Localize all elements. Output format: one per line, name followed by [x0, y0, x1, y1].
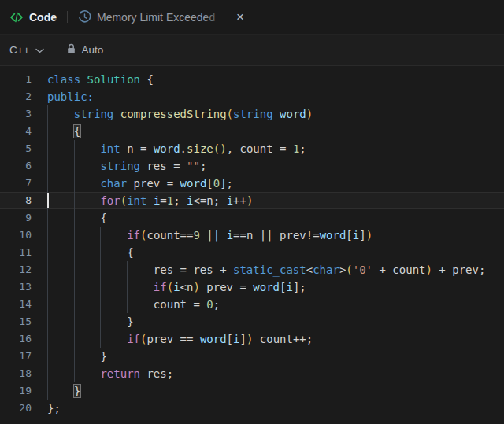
close-icon[interactable]: × — [235, 10, 246, 24]
code-token — [47, 229, 127, 241]
code-area[interactable]: 1class Solution {2public:3 string compre… — [0, 71, 504, 417]
indent-guide — [100, 227, 101, 244]
code-token: return — [100, 367, 140, 380]
code-line[interactable]: 19 } — [0, 382, 504, 400]
indent-guide — [74, 365, 75, 382]
code-token: = — [160, 194, 166, 207]
code-line[interactable]: 1class Solution { — [0, 71, 504, 88]
code-text: if(count==9 || i==n || prev!=word[i]) — [47, 227, 372, 244]
indent-guide — [47, 105, 48, 123]
code-token: ++ — [233, 194, 246, 207]
code-token: ; — [173, 194, 187, 207]
code-token — [273, 108, 280, 120]
code-token: ) — [193, 281, 199, 293]
code-line[interactable]: 4 { — [0, 123, 504, 140]
code-line[interactable]: 5 int n = word.size(), count = 1; — [0, 140, 504, 157]
code-token: '0' — [353, 264, 372, 276]
indent-guide — [127, 278, 128, 296]
code-token: 9 — [193, 229, 199, 241]
indent-guide — [74, 313, 75, 330]
code-line[interactable]: 20}; — [0, 400, 504, 417]
tab-result[interactable]: Memory Limit Exceeded × — [78, 10, 246, 24]
code-token — [47, 385, 74, 397]
code-token: res = res + — [47, 264, 233, 276]
code-line[interactable]: 8 for(int i=1; i<=n; i++) — [0, 192, 504, 209]
code-line[interactable]: 6 string res = ""; — [0, 157, 504, 175]
code-token — [47, 125, 74, 138]
code-line[interactable]: 16 if(prev == word[i]) count++; — [0, 330, 504, 348]
tab-code-label: Code — [29, 11, 57, 24]
code-token: }; — [47, 402, 61, 415]
indent-guide — [47, 227, 48, 244]
indent-guide — [47, 365, 48, 382]
tab-code[interactable]: Code — [9, 11, 57, 24]
code-line[interactable]: 12 res = res + static_cast<char>('0' + c… — [0, 261, 504, 278]
code-editor[interactable]: 1class Solution {2public:3 string compre… — [0, 66, 504, 423]
indent-guide — [74, 296, 75, 313]
code-text: } — [47, 382, 80, 400]
indent-guide — [47, 244, 48, 261]
indent-guide — [74, 140, 75, 157]
code-token — [47, 108, 74, 120]
code-token: } — [47, 350, 107, 363]
line-number: 2 — [0, 88, 32, 105]
code-line[interactable]: 17 } — [0, 348, 504, 365]
code-text: count = 0; — [47, 296, 220, 313]
code-line[interactable]: 7 char prev = word[0]; — [0, 175, 504, 192]
code-token: res = — [140, 160, 187, 172]
indent-guide — [100, 261, 101, 278]
indent-guide — [74, 227, 75, 244]
indent-guide — [74, 261, 75, 278]
code-line[interactable]: 14 count = 0; — [0, 296, 504, 313]
code-token: ) — [306, 108, 313, 120]
indent-guide — [100, 330, 101, 348]
autosave-indicator[interactable]: Auto — [66, 43, 104, 57]
indent-guide — [74, 348, 75, 365]
code-token: size — [187, 142, 213, 155]
code-line[interactable]: 3 string compressedString(string word) — [0, 105, 504, 123]
code-line[interactable]: 18 return res; — [0, 365, 504, 382]
indent-guide — [127, 296, 128, 313]
code-token — [113, 108, 120, 120]
code-text: { — [47, 123, 80, 140]
line-number: 14 — [0, 296, 32, 313]
lock-icon — [66, 43, 76, 57]
code-token: { — [74, 125, 80, 138]
code-text: { — [47, 209, 107, 227]
code-token: class — [47, 73, 80, 86]
language-label: C++ — [9, 44, 30, 56]
code-text: { — [47, 244, 134, 261]
code-text: class Solution { — [47, 71, 154, 88]
code-text: public: — [47, 88, 94, 105]
code-token: int — [127, 194, 146, 207]
code-token: ; — [213, 298, 220, 311]
code-line[interactable]: 10 if(count==9 || i==n || prev!=word[i]) — [0, 227, 504, 244]
code-token: string — [100, 160, 140, 172]
indent-guide — [100, 244, 101, 261]
code-token: || — [200, 229, 227, 241]
code-token: ]; — [220, 177, 233, 190]
language-selector[interactable]: C++ — [9, 44, 44, 56]
line-number: 1 — [0, 71, 32, 88]
line-number: 16 — [0, 330, 32, 348]
code-token: 1 — [167, 194, 173, 207]
code-line[interactable]: 15 } — [0, 313, 504, 330]
code-token: char — [313, 264, 339, 276]
code-text: string res = ""; — [47, 157, 206, 175]
line-number: 6 — [0, 157, 32, 175]
code-token: prev = — [200, 281, 253, 293]
indent-guide — [100, 313, 101, 330]
code-token: count== — [146, 229, 193, 241]
code-token: [ — [346, 229, 352, 241]
code-token: prev = — [127, 177, 180, 190]
code-text: for(int i=1; i<=n; i++) — [47, 192, 253, 209]
code-line[interactable]: 13 if(i<n) prev = word[i]; — [0, 278, 504, 296]
code-line[interactable]: 2public: — [0, 88, 504, 105]
code-token: i — [286, 281, 292, 293]
code-token: + prev; — [432, 264, 485, 276]
line-number: 15 — [0, 313, 32, 330]
indent-guide — [74, 278, 75, 296]
autosave-label: Auto — [82, 44, 104, 56]
code-line[interactable]: 11 { — [0, 244, 504, 261]
code-line[interactable]: 9 { — [0, 209, 504, 227]
